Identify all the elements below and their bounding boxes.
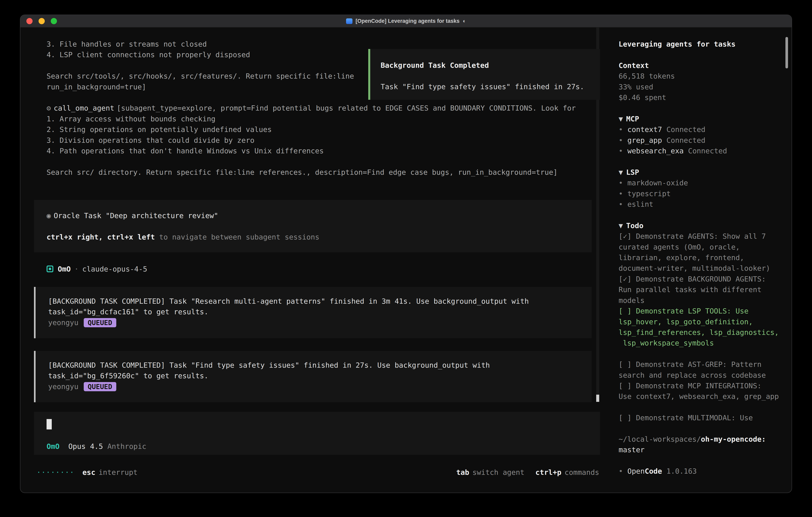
blank-line	[618, 103, 784, 113]
todo-item: [ ] Demonstrate MCP INTEGRATIONS: Use co…	[618, 380, 784, 402]
bullet-icon: •	[618, 199, 628, 210]
gear-icon: ⚙	[47, 104, 51, 112]
blank-line	[618, 49, 784, 60]
tool-call-name: call_omo_agent	[54, 104, 114, 112]
oracle-task-title: Oracle Task "Deep architecture review"	[54, 212, 219, 220]
todo-heading: Todo	[626, 221, 644, 230]
bullet-icon: •	[618, 145, 628, 156]
blank-line	[381, 71, 600, 81]
traffic-lights	[26, 15, 57, 27]
todo-item: [ ] Demonstrate LSP TOOLS: Use lsp_hover…	[618, 306, 784, 349]
lsp-heading: LSP	[626, 168, 639, 176]
message-author: yeongyu	[48, 319, 79, 327]
bullet-icon: •	[618, 135, 628, 145]
workspace-info: ~/local-workspaces/oh-my-opencode: maste…	[618, 434, 784, 455]
active-agent-label: OmO	[47, 442, 60, 451]
active-model-label: Opus 4.5	[68, 442, 103, 451]
context-used: 33% used	[618, 82, 784, 92]
chevron-down-icon: ▼	[618, 168, 623, 176]
mcp-name: websearch_exa	[628, 147, 684, 155]
chevron-down-icon: ▼	[618, 221, 623, 230]
esc-key-label: interrupt	[98, 468, 138, 477]
context-spent: $0.46 spent	[618, 92, 784, 103]
lsp-item: •eslint	[618, 199, 784, 210]
window-title: [OpenCode] Leveraging agents for tasks	[356, 18, 460, 24]
message-meta: yeongyu QUEUED	[48, 381, 591, 392]
mcp-name: grep_app	[628, 136, 662, 144]
session-title: Leveraging agents for tasks	[618, 39, 784, 49]
hint-text: to navigate between subagent sessions	[155, 233, 319, 241]
todo-section-header[interactable]: ▼Todo	[618, 220, 784, 231]
subagent-nav-hint: ctrl+x right, ctrl+x left to navigate be…	[47, 232, 591, 242]
commands-key-hint: ctrl+p	[535, 468, 561, 477]
mcp-status: Connected	[666, 136, 705, 144]
todo-item: [ ] Demonstrate AST-GREP: Pattern search…	[618, 359, 784, 380]
bullet-icon: •	[618, 466, 628, 477]
hint-keys: ctrl+x right, ctrl+x left	[47, 233, 155, 241]
todo-item: [✓] Demonstrate BACKGROUND AGENTS: Run p…	[618, 274, 784, 306]
bullet-icon: •	[618, 178, 628, 188]
bullet-icon: •	[618, 124, 628, 135]
status-right: tab switch agent ctrl+p commands	[456, 468, 599, 477]
session-sidebar: Leveraging agents for tasks Context 66,5…	[610, 28, 792, 493]
oracle-dot-icon: ◉	[47, 212, 51, 220]
oracle-task-panel: ◉Oracle Task "Deep architecture review" …	[34, 200, 591, 252]
output-line: 3. File handles or streams not closed	[47, 39, 600, 49]
message-block: [BACKGROUND TASK COMPLETED] Task "Resear…	[34, 287, 591, 338]
version-row: •OpenCode1.0.163	[618, 466, 784, 477]
mcp-item: •websearch_exaConnected	[618, 145, 784, 156]
separator-dot: ·	[74, 265, 79, 273]
context-tokens: 66,518 tokens	[618, 71, 784, 81]
toast-body: Task "Find type safety issues" finished …	[381, 81, 600, 92]
omo-agent-icon	[47, 266, 53, 272]
lsp-section-header[interactable]: ▼LSP	[618, 167, 784, 178]
esc-key-hint: esc	[82, 468, 95, 477]
zoom-button[interactable]	[51, 18, 57, 24]
lsp-item: •typescript	[618, 188, 784, 199]
agent-header: OmO · claude-opus-4-5	[47, 264, 147, 274]
chevron-down-icon: ▼	[618, 115, 623, 123]
tool-call-body-line: 2. String operations on potentially unde…	[47, 124, 600, 135]
message-block: [BACKGROUND TASK COMPLETED] Task "Find t…	[34, 351, 591, 402]
mcp-item: •grep_appConnected	[618, 135, 784, 145]
message-author: yeongyu	[48, 382, 79, 391]
input-meta: OmO Opus 4.5 Anthropic	[47, 442, 587, 451]
oracle-task-line: ◉Oracle Task "Deep architecture review"	[47, 210, 591, 221]
tab-key-label: switch agent	[472, 468, 524, 477]
mcp-item: •context7Connected	[618, 124, 784, 135]
brand-name: Open	[628, 467, 645, 475]
version-number: 1.0.163	[666, 467, 697, 475]
mcp-section-header[interactable]: ▼MCP	[618, 113, 784, 124]
prompt-input[interactable]: OmO Opus 4.5 Anthropic	[34, 412, 600, 455]
spinner-dots-icon: ········	[36, 468, 74, 477]
commands-key-label: commands	[564, 468, 599, 477]
chat-scrollbar-thumb[interactable]	[596, 394, 599, 402]
blank-line	[618, 156, 784, 167]
blank-line	[618, 210, 784, 220]
recording-indicator-icon: ◐	[463, 18, 466, 24]
minimize-button[interactable]	[38, 18, 45, 24]
lsp-name: typescript	[628, 190, 671, 198]
lsp-name: markdown-oxide	[628, 179, 688, 187]
status-left: ········ esc interrupt	[36, 468, 138, 477]
agent-model: claude-opus-4-5	[82, 265, 147, 273]
close-button[interactable]	[26, 18, 33, 24]
tab-key-hint: tab	[456, 468, 469, 477]
tool-call-args: [subagent_type=explore, prompt=Find pote…	[117, 104, 576, 112]
workspace-path: ~/local-workspaces/oh-my-opencode:	[618, 434, 784, 444]
message-meta: yeongyu QUEUED	[48, 317, 591, 328]
brand-name-bold: Code	[645, 467, 662, 475]
todo-item: [✓] Demonstrate AGENTS: Show all 7 curat…	[618, 231, 784, 274]
status-badge: QUEUED	[84, 382, 116, 391]
window-title-wrap: [OpenCode] Leveraging agents for tasks ◐	[346, 18, 466, 24]
todo-item: [ ] Demonstrate MULTIMODAL: Use	[618, 412, 784, 423]
status-bar: ········ esc interrupt tab switch agent …	[36, 467, 599, 478]
message-text: [BACKGROUND TASK COMPLETED] Task "Find t…	[48, 360, 581, 381]
tool-call-body-line: 3. Division operations that could divide…	[47, 135, 600, 145]
chat-pane: 3. File handles or streams not closed 4.…	[20, 28, 610, 493]
sidebar-scrollbar-thumb[interactable]	[785, 37, 788, 69]
tool-call-body-line: Search src/ directory. Return specific f…	[47, 167, 600, 178]
tool-call-body-line: 4. Path operations that don't handle Win…	[47, 145, 600, 156]
blank-line	[47, 156, 600, 167]
blank-line	[47, 221, 591, 232]
